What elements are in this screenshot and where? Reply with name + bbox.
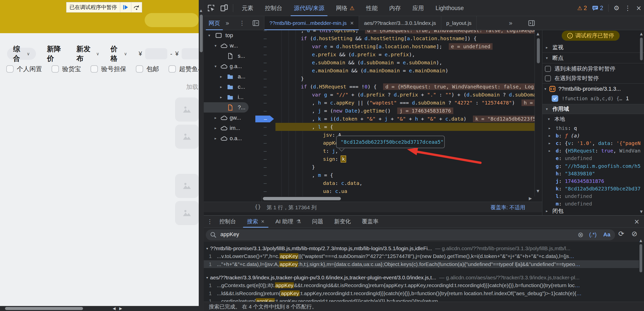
pretty-print-icon[interactable]: {} bbox=[255, 204, 261, 210]
code-line[interactable]: –var e = d.hostSetting[a.location.hostna… bbox=[262, 42, 535, 50]
gutter-line-marker[interactable]: – bbox=[264, 139, 274, 147]
chevron-right-icon[interactable]: ▸ bbox=[220, 85, 222, 89]
drawer-tab[interactable]: 控制台 bbox=[214, 216, 242, 228]
chevron-down-icon[interactable]: ▾ bbox=[206, 276, 208, 280]
chevron-down-icon[interactable]: ▾ bbox=[215, 64, 217, 69]
scope-variable-row[interactable]: ▸b: ƒ (a) bbox=[542, 132, 640, 139]
navigator-tab-page[interactable]: 网页 bbox=[204, 16, 225, 30]
checkbox[interactable] bbox=[91, 65, 98, 73]
close-tab-icon[interactable]: × bbox=[350, 20, 354, 27]
gutter-line-marker[interactable]: – bbox=[264, 131, 274, 139]
code-editor[interactable]: –, d = this.options;d = {H5Request: true… bbox=[262, 30, 535, 196]
gutter-line-marker[interactable]: – bbox=[264, 50, 274, 59]
code-line[interactable]: –, m = { bbox=[262, 171, 535, 179]
code-line[interactable]: –, k = i(d.token + "&" + j + "&" + h + "… bbox=[262, 115, 535, 123]
tree-item[interactable]: ▸im... bbox=[204, 123, 262, 133]
scrollbar-thumb[interactable] bbox=[639, 244, 642, 272]
search-result-file-header[interactable]: ▾aes/??tracker/3.3.9/index.js,tracker-pl… bbox=[204, 274, 639, 281]
chevron-right-icon[interactable]: ▸ bbox=[549, 126, 550, 130]
checkbox[interactable] bbox=[52, 65, 59, 73]
site-search-pill[interactable] bbox=[145, 13, 199, 27]
scroll-right-icon[interactable]: ▶ bbox=[529, 196, 532, 201]
scope-variable-row[interactable]: k: "8cd12a5db6223f50bce2bd371 bbox=[542, 185, 640, 192]
checkbox[interactable] bbox=[545, 66, 551, 72]
chevron-down-icon[interactable]: ▾ bbox=[546, 107, 551, 111]
gutter-line-marker[interactable]: – bbox=[264, 91, 274, 99]
chevron-right-icon[interactable]: ▸ bbox=[546, 209, 551, 213]
tree-item[interactable]: ?... bbox=[204, 102, 249, 113]
more-file-tabs-icon[interactable]: » bbox=[509, 16, 513, 30]
drawer-tab[interactable]: 新变化 bbox=[329, 216, 356, 228]
scroll-right-icon[interactable]: ▶ bbox=[119, 306, 122, 311]
tree-item[interactable]: ▸gw... bbox=[204, 113, 262, 123]
chevron-right-icon[interactable]: ▸ bbox=[549, 141, 550, 145]
gutter-line-marker[interactable]: – bbox=[264, 42, 274, 50]
pause-on-caught-checkbox[interactable]: 在遇到异常时暂停 bbox=[545, 74, 599, 83]
filter-option[interactable]: 价格∨ bbox=[110, 48, 127, 60]
code-line[interactable]: –var g = "//" + (d.prefix ? d.prefix + "… bbox=[262, 91, 535, 99]
filter-option[interactable]: 新发布∨ bbox=[76, 48, 99, 60]
code-line[interactable]: –}, bbox=[262, 195, 535, 196]
chevron-right-icon[interactable]: ▸ bbox=[549, 134, 550, 138]
scrollbar-thumb[interactable] bbox=[537, 38, 540, 63]
scope-variable-row[interactable]: g: "//h5api.m.goofish.com/h5/ bbox=[542, 162, 640, 170]
search-result-line[interactable]: 1...v.toLowerCase()+"/",h=c.appKey||("wa… bbox=[204, 252, 639, 260]
scope-variable-row[interactable]: ▸d: {H5Request: true, WindVane bbox=[542, 147, 640, 154]
tree-item[interactable]: ▸o.a... bbox=[204, 133, 262, 143]
scope-section[interactable]: ▾ 作用域 bbox=[542, 104, 644, 114]
code-line[interactable]: –} bbox=[262, 163, 535, 171]
navigator-kebab-icon[interactable]: ⋮ bbox=[239, 16, 245, 30]
filter-checkbox[interactable]: 包邮 bbox=[136, 65, 159, 73]
chevron-right-icon[interactable]: ▸ bbox=[220, 95, 222, 99]
devtools-tab[interactable]: Lighthouse bbox=[430, 0, 470, 16]
chevron-down-icon[interactable]: ▾ bbox=[208, 33, 210, 38]
scope-variable-row[interactable]: l: undefined bbox=[542, 192, 640, 200]
code-line[interactable]: –if (d.hostSetting && d.hostSetting[a.lo… bbox=[262, 34, 535, 42]
scroll-down-icon[interactable]: ▼ bbox=[640, 210, 643, 214]
refresh-search-icon[interactable]: ⟳ bbox=[618, 230, 624, 238]
results-scroll-cluster[interactable]: ▲ bbox=[639, 238, 642, 243]
code-line[interactable]: –data: c.data, bbox=[262, 179, 535, 187]
filter-sort[interactable]: 综合∨ bbox=[7, 48, 36, 60]
code-line[interactable]: –ua: c.ua bbox=[262, 187, 535, 195]
close-tab-icon[interactable]: × bbox=[261, 218, 264, 225]
drawer-tab[interactable]: 问题 bbox=[307, 216, 329, 228]
code-line[interactable]: –if (d.H5Request === !0) {d = {H5Request… bbox=[262, 83, 535, 91]
devtools-tab[interactable]: 源代码/来源 bbox=[288, 0, 330, 16]
breakpoints-section[interactable]: ▾ 断点 bbox=[542, 53, 644, 63]
tree-item[interactable]: ▾w... bbox=[204, 40, 262, 51]
search-input[interactable]: appKey ⊗ (.*) Aa bbox=[206, 229, 615, 240]
pause-on-uncaught-checkbox[interactable]: 遇到未捕获的异常时暂停 bbox=[545, 64, 615, 73]
warnings-badge[interactable]: ⚠2 bbox=[577, 5, 587, 12]
resume-script-icon[interactable] bbox=[120, 2, 131, 12]
scope-local-section[interactable]: ▾ 本地 bbox=[542, 115, 644, 124]
page-vertical-scrollbar[interactable]: ▲ bbox=[199, 0, 204, 311]
code-line[interactable]: –, j = (new Date).getTime()j = 174634583… bbox=[262, 107, 535, 115]
chevron-down-icon[interactable]: ▾ bbox=[544, 87, 546, 91]
devtools-tab[interactable]: 元素 bbox=[236, 0, 259, 16]
drawer-tab[interactable]: 覆盖率 bbox=[356, 216, 384, 228]
code-line[interactable]: –e.prefix && (d.prefix = e.prefix), bbox=[262, 50, 535, 59]
scrollbar-thumb[interactable] bbox=[200, 15, 203, 52]
tree-item[interactable]: ▸c... bbox=[204, 82, 262, 92]
search-result-line[interactable]: 1..."+h+"&"+c.data),l={jsv:A,appKey:h,t:… bbox=[204, 260, 639, 268]
chevron-right-icon[interactable]: ▸ bbox=[215, 116, 217, 120]
scope-variable-row[interactable]: e: undefined bbox=[542, 154, 640, 162]
more-options-icon[interactable]: ⋮ bbox=[624, 4, 631, 12]
drawer-tab[interactable]: AI 助理⚗ bbox=[270, 216, 307, 228]
checkbox[interactable] bbox=[169, 65, 176, 73]
chevron-down-icon[interactable]: ▾ bbox=[548, 117, 553, 121]
filter-option[interactable]: 新降价 bbox=[47, 48, 65, 60]
breakpoint-checkbox[interactable] bbox=[552, 95, 558, 102]
scope-variable-row[interactable]: ▸this: q bbox=[542, 124, 640, 132]
scroll-left-icon[interactable]: ◀ bbox=[113, 306, 116, 311]
chevron-down-icon[interactable]: ▾ bbox=[206, 246, 208, 250]
scrollbar-thumb[interactable] bbox=[5, 307, 83, 310]
collapse-navigator-icon[interactable] bbox=[252, 16, 260, 30]
gutter-line-marker[interactable]: – bbox=[264, 30, 274, 34]
coverage-link[interactable]: 覆盖率: 不适用 bbox=[491, 204, 525, 211]
code-line[interactable]: –e.mainDomain && (d.mainDomain = e.mainD… bbox=[262, 67, 535, 75]
filter-checkbox[interactable]: 个人闲置 bbox=[6, 65, 42, 73]
breakpoint-entry[interactable]: !function a(b,c,d) {… 1 bbox=[542, 94, 644, 103]
gutter-line-marker[interactable]: – bbox=[264, 155, 274, 163]
